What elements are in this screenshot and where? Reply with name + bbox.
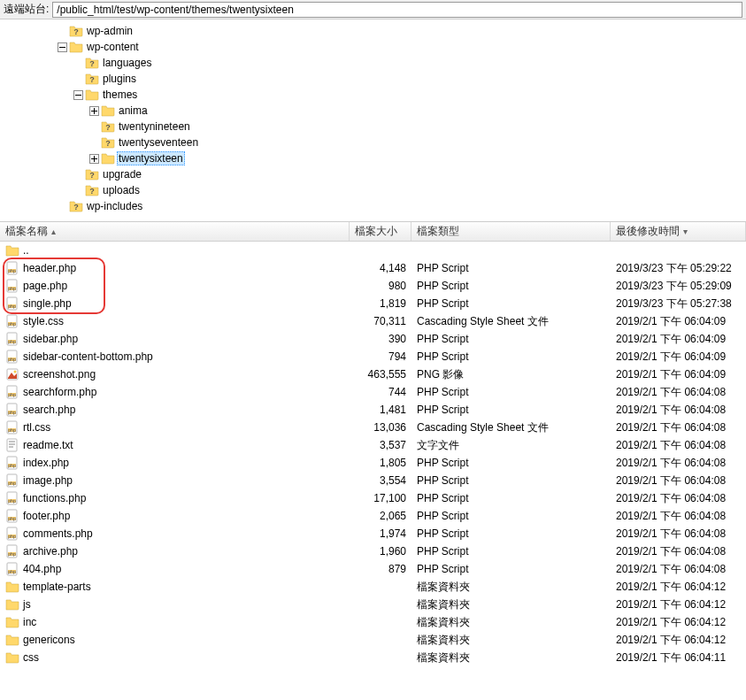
tree-node[interactable]: ?twentyseventeen — [0, 135, 746, 150]
file-date: 2019/2/1 下午 06:04:09 — [611, 332, 746, 347]
file-type: 檔案資料夾 — [411, 580, 611, 595]
file-type: PHP Script — [411, 510, 611, 522]
tree-node[interactable]: ?wp-admin — [0, 23, 746, 39]
file-row[interactable]: phppage.php980PHP Script2019/3/23 下午 05:… — [0, 277, 746, 295]
file-row[interactable]: phpstyle.css70,311Cascading Style Sheet … — [0, 312, 746, 330]
file-size: 463,555 — [350, 368, 411, 381]
file-date: 2019/3/23 下午 05:29:09 — [611, 279, 746, 294]
svg-text:php: php — [8, 357, 16, 362]
file-date: 2019/2/1 下午 06:04:12 — [611, 580, 746, 595]
column-header-size[interactable]: 檔案大小 — [350, 222, 411, 241]
file-row[interactable]: php404.php879PHP Script2019/2/1 下午 06:04… — [0, 560, 746, 578]
svg-text:php: php — [8, 481, 16, 486]
tree-node-label: twentynineteen — [117, 120, 192, 133]
file-size: 879 — [350, 563, 411, 575]
file-row[interactable]: css檔案資料夾2019/2/1 下午 06:04:11 — [0, 649, 746, 666]
php-file-icon: php — [5, 562, 19, 576]
file-date: 2019/2/1 下午 06:04:08 — [611, 403, 746, 418]
svg-text:?: ? — [89, 59, 95, 68]
file-name: comments.php — [23, 527, 93, 540]
file-row[interactable]: phpimage.php3,554PHP Script2019/2/1 下午 0… — [0, 472, 746, 489]
tree-twisty-icon[interactable] — [55, 40, 69, 54]
remote-tree[interactable]: ?wp-adminwp-content?languages?pluginsthe… — [0, 19, 746, 222]
tree-twisty-icon — [55, 24, 69, 38]
file-name: genericons — [23, 634, 75, 646]
file-name: image.php — [23, 474, 73, 487]
remote-path-bar: 遠端站台: — [0, 0, 746, 19]
column-header-name[interactable]: 檔案名稱 ▴ — [0, 222, 350, 241]
folder-unknown-icon: ? — [85, 56, 99, 70]
folder-unknown-icon: ? — [85, 183, 99, 197]
file-row[interactable]: phpcomments.php1,974PHP Script2019/2/1 下… — [0, 525, 746, 542]
file-row[interactable]: phparchive.php1,960PHP Script2019/2/1 下午… — [0, 542, 746, 560]
file-row[interactable]: phpfunctions.php17,100PHP Script2019/2/1… — [0, 489, 746, 507]
folder-unknown-icon: ? — [69, 24, 83, 38]
file-list[interactable]: ..phpheader.php4,148PHP Script2019/3/23 … — [0, 242, 746, 666]
file-row[interactable]: screenshot.png463,555PNG 影像2019/2/1 下午 0… — [0, 365, 746, 383]
tree-node[interactable]: themes — [0, 87, 746, 103]
svg-text:?: ? — [105, 123, 111, 132]
file-row[interactable]: phpsearch.php1,481PHP Script2019/2/1 下午 … — [0, 401, 746, 419]
file-row[interactable]: phpindex.php1,805PHP Script2019/2/1 下午 0… — [0, 454, 746, 472]
file-row[interactable]: readme.txt3,537文字文件2019/2/1 下午 06:04:08 — [0, 436, 746, 454]
file-row[interactable]: phpsingle.php1,819PHP Script2019/3/23 下午… — [0, 295, 746, 312]
tree-node[interactable]: ?upgrade — [0, 166, 746, 182]
file-size: 13,036 — [350, 421, 411, 434]
column-header-date-label: 最後修改時間 — [616, 224, 680, 239]
file-row[interactable]: phpheader.php4,148PHP Script2019/3/23 下午… — [0, 259, 746, 277]
file-row[interactable]: .. — [0, 242, 746, 259]
tree-node[interactable]: ?plugins — [0, 71, 746, 87]
tree-node-label: themes — [101, 88, 139, 101]
file-size: 1,819 — [350, 297, 411, 310]
tree-node[interactable]: twentysixteen — [0, 150, 746, 166]
tree-twisty-icon[interactable] — [71, 88, 85, 102]
php-file-icon: php — [5, 473, 19, 488]
tree-twisty-icon — [71, 72, 85, 86]
file-row[interactable]: phpsearchform.php744PHP Script2019/2/1 下… — [0, 383, 746, 401]
file-date: 2019/2/1 下午 06:04:12 — [611, 633, 746, 648]
file-row[interactable]: phprtl.css13,036Cascading Style Sheet 文件… — [0, 419, 746, 436]
tree-twisty-icon[interactable] — [87, 151, 101, 165]
svg-text:?: ? — [89, 187, 95, 196]
file-row[interactable]: inc檔案資料夾2019/2/1 下午 06:04:12 — [0, 613, 746, 631]
svg-text:php: php — [8, 268, 16, 273]
tree-node[interactable]: ?wp-includes — [0, 198, 746, 214]
file-type: PNG 影像 — [411, 367, 611, 382]
file-name: searchform.php — [23, 386, 96, 398]
php-file-icon: php — [5, 456, 19, 470]
file-row[interactable]: genericons檔案資料夾2019/2/1 下午 06:04:12 — [0, 631, 746, 649]
file-date: 2019/2/1 下午 06:04:08 — [611, 385, 746, 400]
svg-text:?: ? — [73, 203, 79, 212]
column-header-date[interactable]: 最後修改時間 ▾ — [611, 222, 746, 241]
file-type: Cascading Style Sheet 文件 — [411, 420, 611, 435]
folder-icon — [5, 243, 19, 258]
file-type: PHP Script — [411, 492, 611, 504]
file-date: 2019/2/1 下午 06:04:09 — [611, 314, 746, 329]
tree-node[interactable]: anima — [0, 103, 746, 119]
tree-node[interactable]: ?languages — [0, 55, 746, 71]
file-row[interactable]: js檔案資料夾2019/2/1 下午 06:04:12 — [0, 596, 746, 613]
folder-icon — [69, 40, 83, 54]
folder-unknown-icon: ? — [101, 119, 115, 134]
file-type: PHP Script — [411, 262, 611, 274]
tree-node[interactable]: ?twentynineteen — [0, 119, 746, 135]
file-date: 2019/3/23 下午 05:27:38 — [611, 296, 746, 312]
file-row[interactable]: phpsidebar.php390PHP Script2019/2/1 下午 0… — [0, 330, 746, 348]
file-size: 3,554 — [350, 474, 411, 487]
tree-twisty-icon[interactable] — [87, 104, 101, 118]
php-file-icon: php — [5, 261, 19, 275]
file-date: 2019/2/1 下午 06:04:12 — [611, 597, 746, 612]
svg-text:php: php — [8, 304, 16, 309]
file-type: PHP Script — [411, 457, 611, 469]
column-header-type[interactable]: 檔案類型 — [411, 222, 611, 241]
remote-path-input[interactable] — [52, 2, 742, 18]
file-row[interactable]: phpsidebar-content-bottom.php794PHP Scri… — [0, 348, 746, 365]
file-name: sidebar-content-bottom.php — [23, 350, 153, 363]
tree-node[interactable]: ?uploads — [0, 182, 746, 198]
file-row[interactable]: template-parts檔案資料夾2019/2/1 下午 06:04:12 — [0, 578, 746, 596]
tree-node[interactable]: wp-content — [0, 39, 746, 55]
file-row[interactable]: phpfooter.php2,065PHP Script2019/2/1 下午 … — [0, 507, 746, 525]
image-icon — [5, 367, 19, 381]
svg-rect-48 — [7, 439, 17, 451]
file-name: 404.php — [23, 563, 61, 575]
